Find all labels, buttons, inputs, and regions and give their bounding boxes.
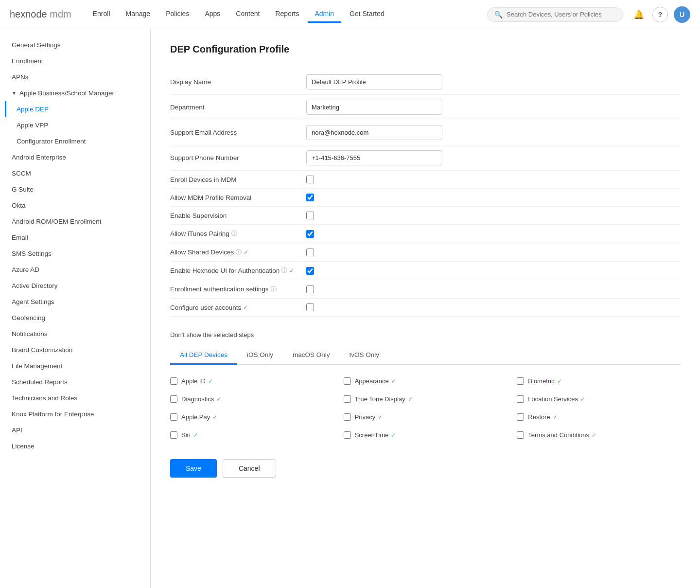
sidebar-item-technicians-roles[interactable]: Technicians and Roles — [0, 390, 150, 406]
field-label-shared-devices: Allow Shared Devices ⓘ ✓ — [170, 248, 306, 256]
support-phone-input[interactable] — [306, 150, 442, 165]
sidebar-item-knox-platform[interactable]: Knox Platform for Enterprise — [0, 406, 150, 422]
sidebar-item-android-rom[interactable]: Android ROM/OEM Enrollment — [0, 214, 150, 230]
field-label-allow-mdm-removal: Allow MDM Profile Removal — [170, 194, 306, 201]
nav-policies[interactable]: Policies — [159, 6, 196, 23]
help-icon[interactable]: ? — [652, 7, 668, 22]
step-checkbox-restore[interactable] — [517, 413, 524, 421]
form-row-support-phone: Support Phone Number — [170, 145, 681, 171]
step-label-diagnostics: Diagnostics ✓ — [181, 395, 221, 403]
hexnode-ui-auth-checkbox[interactable] — [306, 267, 314, 275]
step-checkbox-location-services[interactable] — [517, 395, 524, 403]
tabs-header: All DEP Devices iOS Only macOS Only tvOS… — [170, 346, 681, 365]
sidebar-item-email[interactable]: Email — [0, 230, 150, 246]
nav-reports[interactable]: Reports — [268, 6, 306, 23]
step-item-siri: Siri ✓ — [170, 428, 334, 442]
nav-manage[interactable]: Manage — [119, 6, 158, 23]
notifications-icon[interactable]: 🔔 — [631, 7, 647, 22]
sidebar-item-android-enterprise[interactable]: Android Enterprise — [0, 149, 150, 165]
sidebar-item-apple-dep[interactable]: Apple DEP — [5, 101, 150, 117]
shared-devices-checkbox[interactable] — [306, 249, 314, 256]
step-check-apple-id: ✓ — [208, 378, 213, 385]
step-check-apple-pay: ✓ — [212, 414, 217, 421]
nav-get-started[interactable]: Get Started — [343, 6, 391, 23]
sidebar-item-general-settings[interactable]: General Settings — [0, 37, 150, 53]
step-checkbox-biometric[interactable] — [517, 377, 524, 385]
brand-logo[interactable]: hexnode mdm — [10, 9, 71, 20]
department-input[interactable] — [306, 100, 442, 115]
sidebar-sub-group: Apple DEP Apple VPP Configurator Enrollm… — [0, 101, 150, 149]
sidebar-item-api[interactable]: API — [0, 422, 150, 438]
sidebar-item-apns[interactable]: APNs — [0, 69, 150, 85]
sidebar-item-sccm[interactable]: SCCM — [0, 165, 150, 181]
sidebar-item-enrollment[interactable]: Enrollment — [0, 53, 150, 69]
step-checkbox-appearance[interactable] — [344, 377, 351, 385]
allow-itunes-checkbox[interactable] — [306, 230, 314, 238]
sidebar-item-active-directory[interactable]: Active Directory — [0, 278, 150, 294]
sidebar-item-azure-ad[interactable]: Azure AD — [0, 262, 150, 278]
step-check-terms: ✓ — [592, 432, 596, 439]
save-button[interactable]: Save — [170, 459, 217, 478]
enrollment-auth-info-icon[interactable]: ⓘ — [271, 285, 277, 293]
nav-enroll[interactable]: Enroll — [86, 6, 117, 23]
field-label-support-email: Support Email Address — [170, 129, 306, 136]
nav-content[interactable]: Content — [229, 6, 266, 23]
enable-supervision-checkbox[interactable] — [306, 212, 314, 219]
tab-tvos-only[interactable]: tvOS Only — [340, 346, 389, 365]
steps-label: Don't show the selected steps — [170, 331, 681, 339]
support-email-input[interactable] — [306, 125, 442, 140]
step-checkbox-true-tone[interactable] — [344, 395, 351, 403]
sidebar-item-license[interactable]: License — [0, 438, 150, 454]
itunes-info-icon[interactable]: ⓘ — [231, 230, 237, 238]
step-checkbox-diagnostics[interactable] — [170, 395, 177, 403]
field-label-display-name: Display Name — [170, 78, 306, 86]
tab-macos-only[interactable]: macOS Only — [283, 346, 340, 365]
cancel-button[interactable]: Cancel — [223, 459, 276, 478]
sidebar-item-okta[interactable]: Okta — [0, 197, 150, 214]
search-icon: 🔍 — [494, 11, 503, 18]
sidebar-item-scheduled-reports[interactable]: Scheduled Reports — [0, 374, 150, 390]
step-checkbox-screentime[interactable] — [344, 431, 351, 439]
shared-devices-info-icon[interactable]: ⓘ — [236, 248, 242, 256]
sidebar-item-apple-bsm[interactable]: ▼ Apple Business/School Manager — [0, 85, 150, 101]
sidebar-item-file-management[interactable]: File Management — [0, 358, 150, 374]
allow-mdm-removal-checkbox[interactable] — [306, 194, 314, 201]
sidebar-item-gsuite[interactable]: G Suite — [0, 181, 150, 197]
user-avatar[interactable]: U — [674, 6, 690, 23]
sidebar-item-sms-settings[interactable]: SMS Settings — [0, 246, 150, 262]
step-check-restore: ✓ — [553, 414, 558, 421]
sidebar-item-notifications[interactable]: Notifications — [0, 326, 150, 342]
sidebar-item-brand-customization[interactable]: Brand Customization — [0, 342, 150, 358]
step-checkbox-privacy[interactable] — [344, 413, 351, 421]
tab-all-dep-devices[interactable]: All DEP Devices — [170, 346, 237, 365]
display-name-input[interactable] — [306, 74, 442, 89]
step-checkbox-siri[interactable] — [170, 431, 177, 439]
hexnode-ui-info-icon[interactable]: ⓘ — [281, 267, 287, 275]
nav-admin[interactable]: Admin — [308, 6, 341, 23]
configure-user-accounts-checkbox[interactable] — [306, 303, 314, 311]
tab-ios-only[interactable]: iOS Only — [237, 346, 283, 365]
sidebar-item-apple-vpp[interactable]: Apple VPP — [5, 117, 150, 133]
nav-apps[interactable]: Apps — [198, 6, 227, 23]
form-row-enroll-devices: Enroll Devices in MDM — [170, 171, 681, 189]
sidebar-item-agent-settings[interactable]: Agent Settings — [0, 294, 150, 310]
search-input[interactable] — [507, 11, 616, 18]
enrollment-auth-checkbox[interactable] — [306, 285, 314, 293]
step-check-biometric: ✓ — [557, 378, 562, 385]
step-checkbox-apple-id[interactable] — [170, 377, 177, 385]
sidebar-item-geofencing[interactable]: Geofencing — [0, 310, 150, 326]
main-content: DEP Configuration Profile Display Name D… — [151, 29, 700, 588]
step-checkbox-terms[interactable] — [517, 431, 524, 439]
step-item-appearance: Appearance ✓ — [344, 374, 508, 388]
configure-user-accounts-check-icon: ✓ — [243, 304, 248, 311]
step-check-location-services: ✓ — [580, 396, 585, 403]
field-label-configure-user-accounts: Configure user accounts ✓ — [170, 304, 306, 311]
step-item-biometric: Biometric ✓ — [517, 374, 681, 388]
action-buttons: Save Cancel — [170, 459, 681, 478]
enroll-devices-checkbox[interactable] — [306, 176, 314, 183]
form-row-allow-itunes: Allow iTunes Pairing ⓘ — [170, 225, 681, 243]
form-row-enable-supervision: Enable Supervision — [170, 207, 681, 225]
step-checkbox-apple-pay[interactable] — [170, 413, 177, 421]
sidebar-item-configurator-enrollment[interactable]: Configurator Enrollment — [5, 133, 150, 149]
step-item-true-tone: True Tone Display ✓ — [344, 392, 508, 406]
